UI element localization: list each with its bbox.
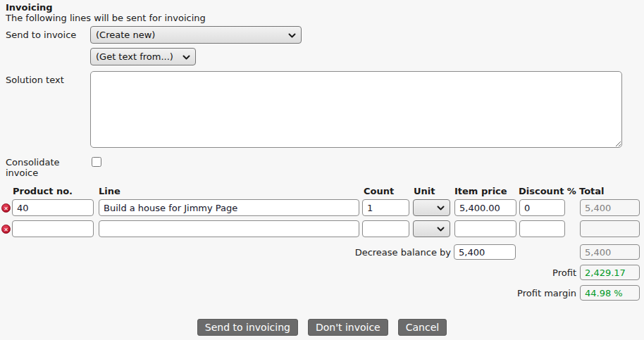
- profit-label: Profit: [451, 267, 576, 278]
- product-no-input[interactable]: [12, 199, 94, 216]
- product-no-input[interactable]: [12, 220, 94, 237]
- send-to-invoicing-button[interactable]: Send to invoicing: [197, 319, 298, 336]
- column-header-product-no: Product no.: [13, 186, 73, 196]
- column-header-total: Total: [579, 186, 605, 196]
- total-readonly-field: [580, 199, 640, 216]
- delete-row-icon[interactable]: ✕: [1, 225, 11, 234]
- count-input[interactable]: [362, 199, 409, 216]
- unit-select[interactable]: [413, 220, 450, 237]
- line-input[interactable]: [99, 199, 359, 216]
- get-text-from-select[interactable]: (Get text from...): [90, 48, 196, 65]
- column-header-line: Line: [99, 186, 120, 196]
- delete-row-icon[interactable]: ✕: [1, 203, 11, 213]
- solution-text-area[interactable]: [90, 71, 622, 148]
- discount-input[interactable]: [519, 199, 565, 216]
- profit-margin-readonly-field: [580, 285, 640, 301]
- decrease-balance-input[interactable]: [454, 244, 516, 260]
- dont-invoice-button[interactable]: Don't invoice: [308, 319, 388, 336]
- discount-input[interactable]: [519, 220, 565, 237]
- cancel-button[interactable]: Cancel: [398, 319, 447, 336]
- invoicing-panel: Invoicing The following lines will be se…: [0, 0, 644, 340]
- column-header-count: Count: [364, 186, 394, 196]
- page-title: Invoicing: [6, 2, 53, 13]
- decrease-balance-label: Decrease balance by: [310, 247, 451, 258]
- unit-select[interactable]: [413, 199, 450, 216]
- total-readonly-field: [580, 220, 640, 237]
- item-price-input[interactable]: [454, 220, 516, 237]
- page-subtitle: The following lines will be sent for inv…: [6, 13, 206, 23]
- action-button-row: Send to invoicing Don't invoice Cancel: [0, 319, 644, 336]
- column-header-unit: Unit: [414, 186, 435, 196]
- consolidate-invoice-label: Consolidate invoice: [6, 157, 76, 178]
- decrease-total-readonly-field: [580, 244, 640, 260]
- item-price-input[interactable]: [454, 199, 516, 216]
- send-to-invoice-select[interactable]: (Create new): [90, 26, 302, 44]
- count-input[interactable]: [362, 220, 409, 237]
- consolidate-invoice-checkbox[interactable]: [92, 157, 101, 167]
- profit-margin-label: Profit margin: [451, 288, 576, 298]
- profit-readonly-field: [580, 265, 640, 280]
- send-to-invoice-label: Send to invoice: [6, 30, 76, 40]
- column-header-discount: Discount %: [519, 186, 576, 196]
- column-header-item-price: Item price: [454, 186, 507, 196]
- line-input[interactable]: [99, 220, 359, 237]
- solution-text-label: Solution text: [6, 75, 64, 85]
